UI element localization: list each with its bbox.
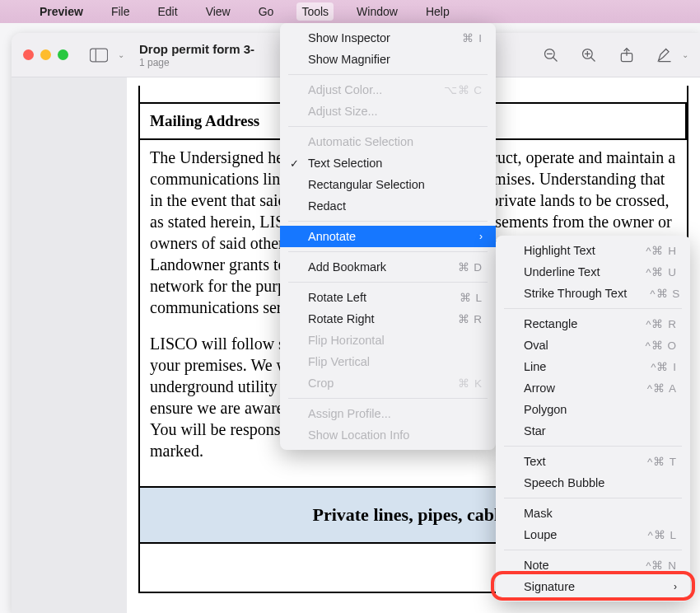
zoom-in-button[interactable] — [580, 46, 598, 64]
annotate-item-loupe[interactable]: Loupe^⌘ L — [496, 524, 690, 545]
menu-item-label: Text — [524, 455, 546, 468]
tools-item-automatic-selection: Automatic Selection — [280, 131, 496, 152]
tools-item-assign-profile: Assign Profile... — [280, 403, 496, 424]
chevron-down-icon[interactable]: ⌄ — [118, 50, 124, 59]
menu-item-label: Show Location Info — [308, 428, 409, 442]
chevron-down-icon[interactable]: ⌄ — [682, 50, 688, 59]
annotate-item-underline-text[interactable]: Underline Text^⌘ U — [496, 261, 690, 283]
menu-separator — [288, 221, 488, 222]
svg-rect-0 — [90, 49, 107, 62]
shortcut-label: ⌥⌘ C — [444, 83, 483, 96]
annotate-item-mask[interactable]: Mask — [496, 503, 690, 524]
menu-item-label: Signature — [524, 580, 575, 593]
annotate-item-polygon[interactable]: Polygon — [496, 399, 690, 420]
tools-dropdown: Show Inspector⌘ IShow MagnifierAdjust Co… — [280, 23, 496, 450]
sidebar-toggle-button[interactable] — [85, 44, 113, 67]
annotate-item-rectangle[interactable]: Rectangle^⌘ R — [496, 313, 690, 335]
tools-item-flip-horizontal: Flip Horizontal — [280, 330, 496, 351]
menu-item-label: Rotate Left — [308, 291, 366, 304]
tools-item-annotate[interactable]: Annotate› — [280, 226, 496, 247]
annotate-item-highlight-text[interactable]: Highlight Text^⌘ H — [496, 240, 690, 261]
menu-item-label: Speech Bubble — [524, 476, 604, 489]
minimize-button[interactable] — [40, 49, 51, 60]
share-button[interactable] — [618, 46, 636, 64]
menu-item-label: Adjust Size... — [308, 105, 378, 118]
menu-item-label: Arrow — [524, 381, 555, 395]
menu-item-label: Rectangle — [524, 317, 577, 330]
menu-item-label: Add Bookmark — [308, 260, 386, 274]
menu-item-label: Rectangular Selection — [308, 178, 425, 191]
menu-item-label: Highlight Text — [524, 244, 595, 257]
menu-item-label: Mask — [524, 507, 553, 520]
menu-item-label: Strike Through Text — [524, 287, 627, 300]
zoom-out-button[interactable] — [542, 46, 560, 64]
shortcut-label: ^⌘ R — [646, 317, 677, 330]
tools-item-flip-vertical: Flip Vertical — [280, 351, 496, 372]
tools-item-redact[interactable]: Redact — [280, 195, 496, 217]
document-subtitle: 1 page — [139, 57, 254, 68]
menubar: Preview File Edit View Go Tools Window H… — [0, 0, 700, 23]
menu-item-label: Text Selection — [308, 157, 382, 170]
annotate-item-line[interactable]: Line^⌘ I — [496, 356, 690, 377]
menu-tools[interactable]: Tools — [296, 2, 334, 21]
annotate-item-strike-through-text[interactable]: Strike Through Text^⌘ S — [496, 283, 690, 304]
menu-separator — [288, 282, 488, 283]
menu-item-label: Flip Horizontal — [308, 334, 385, 347]
menu-separator — [288, 74, 488, 75]
annotate-item-star[interactable]: Star — [496, 420, 690, 442]
tools-item-show-inspector[interactable]: Show Inspector⌘ I — [280, 27, 496, 49]
menu-separator — [288, 398, 488, 399]
annotate-item-note[interactable]: Note^⌘ N — [496, 555, 690, 576]
menu-edit[interactable]: Edit — [153, 2, 183, 21]
tools-item-show-magnifier[interactable]: Show Magnifier — [280, 49, 496, 70]
annotate-item-speech-bubble[interactable]: Speech Bubble — [496, 472, 690, 494]
shortcut-label: ^⌘ N — [646, 559, 677, 572]
tools-item-rotate-left[interactable]: Rotate Left⌘ L — [280, 287, 496, 308]
shortcut-label: ⌘ K — [458, 377, 483, 390]
submenu-arrow-icon: › — [674, 581, 677, 592]
menu-view[interactable]: View — [201, 2, 236, 21]
menu-separator — [288, 251, 488, 252]
menu-separator — [504, 446, 682, 447]
menu-separator — [288, 126, 488, 127]
shortcut-label: ^⌘ A — [647, 381, 677, 395]
tools-item-text-selection[interactable]: Text Selection — [280, 152, 496, 174]
document-title: Drop permit form 3- — [139, 42, 254, 56]
annotate-item-text[interactable]: Text^⌘ T — [496, 451, 690, 472]
shortcut-label: ^⌘ O — [645, 339, 677, 352]
app-menu[interactable]: Preview — [35, 2, 88, 21]
menu-item-label: Star — [524, 424, 546, 438]
menu-go[interactable]: Go — [254, 2, 279, 21]
tools-item-rectangular-selection[interactable]: Rectangular Selection — [280, 174, 496, 195]
tools-item-show-location-info: Show Location Info — [280, 424, 496, 446]
svg-line-6 — [591, 57, 595, 61]
shortcut-label: ^⌘ H — [646, 244, 677, 257]
shortcut-label: ^⌘ T — [647, 455, 677, 468]
shortcut-label: ^⌘ U — [646, 265, 677, 278]
shortcut-label: ^⌘ S — [650, 287, 680, 300]
menu-item-label: Automatic Selection — [308, 135, 413, 148]
shortcut-label: ⌘ L — [460, 291, 483, 304]
menu-help[interactable]: Help — [421, 2, 455, 21]
menu-item-label: Underline Text — [524, 265, 600, 278]
menu-item-label: Note — [524, 559, 549, 572]
menu-item-label: Adjust Color... — [308, 83, 382, 96]
tools-item-add-bookmark[interactable]: Add Bookmark⌘ D — [280, 256, 496, 278]
zoom-button[interactable] — [58, 49, 68, 60]
tools-item-rotate-right[interactable]: Rotate Right⌘ R — [280, 308, 496, 330]
menu-file[interactable]: File — [106, 2, 135, 21]
menu-window[interactable]: Window — [352, 2, 403, 21]
annotate-item-oval[interactable]: Oval^⌘ O — [496, 335, 690, 356]
menu-item-label: Crop — [308, 377, 334, 390]
menu-item-label: Show Inspector — [308, 31, 390, 44]
menu-item-label: Redact — [308, 199, 346, 213]
menu-separator — [504, 308, 682, 309]
shortcut-label: ^⌘ L — [647, 528, 677, 541]
menu-item-label: Annotate — [308, 230, 356, 243]
shortcut-label: ⌘ I — [462, 31, 483, 44]
close-button[interactable] — [23, 49, 34, 60]
menu-item-label: Show Magnifier — [308, 53, 390, 66]
markup-button[interactable] — [656, 46, 674, 64]
annotate-item-signature[interactable]: Signature› — [496, 576, 690, 597]
annotate-item-arrow[interactable]: Arrow^⌘ A — [496, 377, 690, 399]
